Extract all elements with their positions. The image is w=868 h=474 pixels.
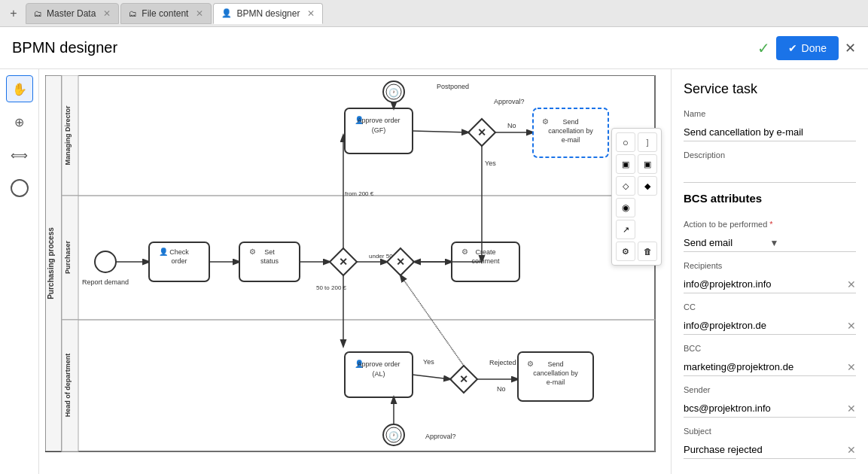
bcc-label: BCC	[684, 344, 856, 353]
subject-clear-button[interactable]: ✕	[847, 444, 856, 456]
bcs-section-title: BCS attributes	[684, 192, 856, 205]
action-dropdown-icon: ▼	[770, 238, 857, 248]
recipients-clear-button[interactable]: ✕	[847, 278, 856, 290]
recipients-input[interactable]	[684, 275, 847, 293]
svg-text:No: No	[507, 122, 516, 129]
recipients-input-wrapper: ✕	[684, 275, 856, 293]
svg-text:Send: Send	[562, 118, 578, 126]
hand-tool[interactable]: ✋	[6, 75, 33, 102]
svg-text:⚙: ⚙	[542, 117, 549, 126]
svg-text:⚙: ⚙	[461, 248, 468, 256]
done-checkmark-icon: ✔	[788, 42, 797, 54]
file-content-icon: 🗂	[129, 9, 137, 18]
name-field-group: Name	[684, 109, 856, 141]
close-file-content-tab[interactable]: ✕	[196, 8, 203, 19]
sender-input-wrapper: ✕	[684, 400, 856, 418]
svg-text:(AL): (AL)	[372, 370, 385, 378]
svg-text:e-mail: e-mail	[547, 378, 565, 386]
name-input[interactable]	[684, 123, 856, 141]
sender-clear-button[interactable]: ✕	[847, 403, 856, 415]
svg-line-74	[413, 375, 450, 379]
tab-bpmn-designer[interactable]: 👤 BPMN designer ✕	[213, 3, 323, 24]
add-tab-button[interactable]: +	[3, 3, 24, 24]
master-data-icon: 🗂	[34, 9, 42, 18]
ctx-trash[interactable]: 🗑	[638, 242, 657, 261]
svg-text:Create: Create	[475, 248, 495, 256]
description-input[interactable]	[684, 165, 856, 183]
bcc-input[interactable]	[684, 358, 847, 375]
svg-text:✕: ✕	[477, 126, 486, 138]
svg-text:No: No	[497, 385, 506, 393]
svg-point-12	[95, 251, 116, 272]
subject-input-wrapper: ✕	[684, 441, 856, 459]
bcc-field-group: BCC ✕	[684, 344, 856, 376]
bcc-input-wrapper: ✕	[684, 358, 856, 376]
svg-text:50 to 200 €: 50 to 200 €	[316, 284, 347, 291]
canvas-area[interactable]: Purchasing process Managing Director Pur…	[39, 69, 671, 474]
svg-text:⚙: ⚙	[249, 248, 256, 256]
subject-input[interactable]	[684, 441, 847, 458]
cc-field-group: CC ✕	[684, 302, 856, 335]
cc-clear-button[interactable]: ✕	[847, 320, 856, 332]
close-button[interactable]: ✕	[845, 40, 856, 56]
svg-text:✕: ✕	[339, 256, 348, 268]
ctx-circle2[interactable]: ◉	[616, 198, 635, 217]
action-label: Action to be performed *	[684, 220, 856, 229]
svg-text:Report demand: Report demand	[82, 278, 129, 286]
recipients-field-group: Recipients ✕	[684, 261, 856, 293]
tab-master-data[interactable]: 🗂 Master Data ✕	[26, 3, 119, 24]
recipients-label: Recipients	[684, 261, 856, 270]
name-label: Name	[684, 109, 856, 118]
description-field-group: Description	[684, 150, 856, 183]
svg-text:Approval?: Approval?	[494, 98, 525, 105]
svg-text:Head of department: Head of department	[64, 354, 72, 418]
ctx-diamond2[interactable]: ◆	[638, 176, 657, 196]
svg-text:Postponed: Postponed	[437, 83, 469, 90]
svg-text:Yes: Yes	[423, 358, 434, 366]
svg-text:⚙: ⚙	[527, 360, 534, 368]
svg-text:cancellation by: cancellation by	[548, 127, 593, 135]
check-button[interactable]: ✓	[757, 39, 770, 57]
svg-text:🕐: 🕐	[388, 87, 399, 98]
svg-text:🕐: 🕐	[388, 430, 399, 441]
svg-text:Send: Send	[547, 360, 563, 368]
action-select[interactable]: Send email ▼	[684, 234, 856, 252]
sender-input[interactable]	[684, 400, 847, 417]
ctx-circle[interactable]: ○	[616, 132, 635, 152]
main-layout: ✋ ⊕ ⟺ Purchasing process Managing Direct…	[0, 69, 868, 474]
cc-label: CC	[684, 302, 856, 311]
cc-input-wrapper: ✕	[684, 317, 856, 335]
sender-label: Sender	[684, 385, 856, 394]
ctx-diamond1[interactable]: ◇	[616, 176, 635, 196]
tab-bar: + 🗂 Master Data ✕ 🗂 File content ✕ 👤 BPM…	[0, 0, 868, 27]
ctx-bracket[interactable]: ]	[638, 132, 657, 152]
ctx-arrow[interactable]: ↗	[616, 220, 635, 239]
tab-file-content[interactable]: 🗂 File content ✕	[120, 3, 212, 24]
done-button[interactable]: ✔ Done	[776, 36, 839, 60]
bpmn-diagram: Purchasing process Managing Director Pur…	[45, 75, 670, 459]
svg-text:e-mail: e-mail	[562, 136, 580, 144]
close-master-data-tab[interactable]: ✕	[103, 8, 111, 19]
svg-text:order: order	[171, 257, 187, 265]
shape-tool[interactable]	[6, 175, 33, 202]
svg-text:Approve order: Approve order	[357, 117, 400, 124]
svg-text:(GF): (GF)	[372, 126, 386, 134]
svg-text:status: status	[260, 257, 279, 265]
svg-text:✕: ✕	[396, 256, 405, 268]
context-menu: ○ ] ▣ ▣ ◇ ◆ ◉ ↗ ⚙ 🗑	[611, 128, 662, 266]
ctx-shape1[interactable]: ▣	[616, 154, 635, 174]
close-bpmn-tab[interactable]: ✕	[307, 8, 315, 19]
connect-tool[interactable]: ⟺	[6, 141, 33, 169]
bcc-clear-button[interactable]: ✕	[847, 361, 856, 373]
ctx-gear[interactable]: ⚙	[616, 242, 635, 261]
description-label: Description	[684, 150, 856, 160]
svg-text:Yes: Yes	[485, 160, 496, 167]
ctx-shape2[interactable]: ▣	[638, 154, 657, 174]
sender-field-group: Sender ✕	[684, 385, 856, 418]
svg-text:cancellation by: cancellation by	[533, 369, 578, 377]
right-panel: Service task Name Description BCS attrib…	[671, 69, 868, 474]
cc-input[interactable]	[684, 317, 847, 334]
select-tool[interactable]: ⊕	[6, 108, 33, 135]
circle-shape-icon	[11, 179, 29, 197]
svg-text:✕: ✕	[459, 373, 468, 385]
